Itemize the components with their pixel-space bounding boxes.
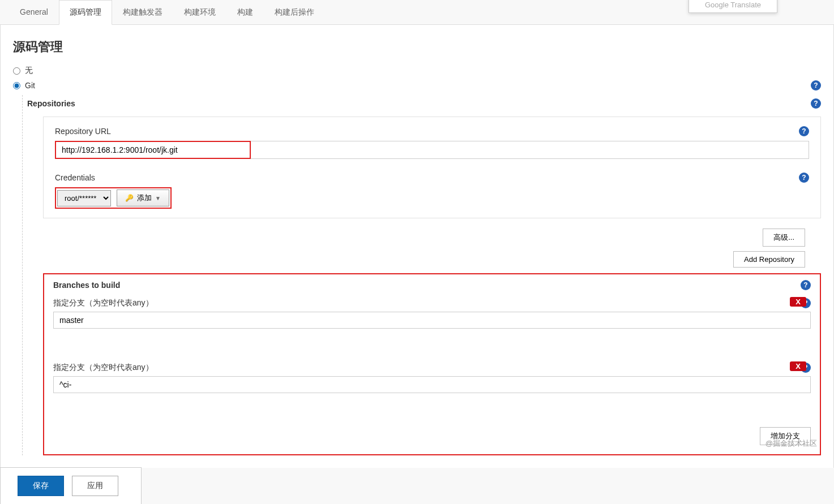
key-icon: 🔑	[125, 194, 134, 202]
credentials-label: Credentials	[55, 173, 95, 182]
tab-general[interactable]: General	[9, 0, 59, 24]
help-icon[interactable]: ?	[801, 280, 811, 290]
repo-url-input[interactable]	[55, 141, 251, 159]
credentials-label-row: Credentials ?	[55, 173, 809, 183]
help-icon[interactable]: ?	[811, 98, 821, 109]
google-translate-flap: Google Translate	[688, 0, 777, 13]
help-icon[interactable]: ?	[799, 126, 809, 136]
delete-branch-button[interactable]: X	[790, 297, 806, 307]
chevron-down-icon: ▼	[155, 195, 161, 201]
tab-build[interactable]: 构建	[226, 0, 264, 24]
help-icon[interactable]: ?	[799, 173, 809, 183]
tab-environment[interactable]: 构建环境	[173, 0, 226, 24]
scm-git-label: Git	[25, 81, 35, 90]
bottom-action-bar: 保存 应用	[0, 467, 142, 468]
repositories-label: Repositories	[27, 99, 75, 108]
credentials-row: root/****** 🔑 添加 ▼	[55, 187, 172, 209]
scm-git-row[interactable]: Git ?	[13, 80, 821, 91]
branches-label: Branches to build	[53, 281, 120, 290]
tab-postbuild[interactable]: 构建后操作	[264, 0, 325, 24]
git-settings: Repositories ? Repository URL ? Credenti…	[22, 95, 821, 455]
branch-entry-1: X 指定分支（为空时代表any） ?	[53, 363, 811, 393]
repo-buttons: 高级... Add Repository	[27, 229, 805, 268]
branch-field-label: 指定分支（为空时代表any）	[53, 298, 153, 308]
help-icon[interactable]: ?	[811, 80, 821, 91]
delete-branch-button[interactable]: X	[790, 361, 806, 371]
repositories-label-row: Repositories ?	[27, 95, 821, 112]
add-repository-button[interactable]: Add Repository	[733, 251, 805, 268]
section-title: 源码管理	[13, 33, 821, 61]
tab-triggers[interactable]: 构建触发器	[112, 0, 173, 24]
scm-none-radio[interactable]	[13, 67, 20, 75]
scm-none-label: 无	[25, 66, 33, 76]
branch-input-0[interactable]	[53, 312, 811, 329]
branch-entry-0: X 指定分支（为空时代表any） ?	[53, 298, 811, 329]
branch-input-1[interactable]	[53, 376, 811, 393]
watermark: @掘金技术社区	[765, 438, 817, 449]
branch-field-label: 指定分支（为空时代表any）	[53, 363, 153, 373]
credentials-select[interactable]: root/******	[57, 190, 111, 206]
repository-group: Repository URL ? Credentials ? root/****…	[43, 117, 821, 218]
scm-none-row[interactable]: 无	[13, 66, 821, 76]
tab-scm[interactable]: 源码管理	[59, 0, 112, 25]
advanced-button[interactable]: 高级...	[763, 229, 805, 247]
content-area: 源码管理 无 Git ? Repositories ? Repository U…	[0, 25, 834, 468]
add-credentials-button[interactable]: 🔑 添加 ▼	[117, 189, 169, 206]
repo-url-label-row: Repository URL ?	[55, 126, 809, 136]
repo-url-input-ext[interactable]	[251, 141, 809, 159]
scm-git-radio[interactable]	[13, 82, 20, 89]
repo-url-label: Repository URL	[55, 127, 111, 136]
add-credentials-label: 添加	[137, 193, 152, 203]
branches-to-build: Branches to build ? X 指定分支（为空时代表any） ? X…	[43, 273, 821, 455]
